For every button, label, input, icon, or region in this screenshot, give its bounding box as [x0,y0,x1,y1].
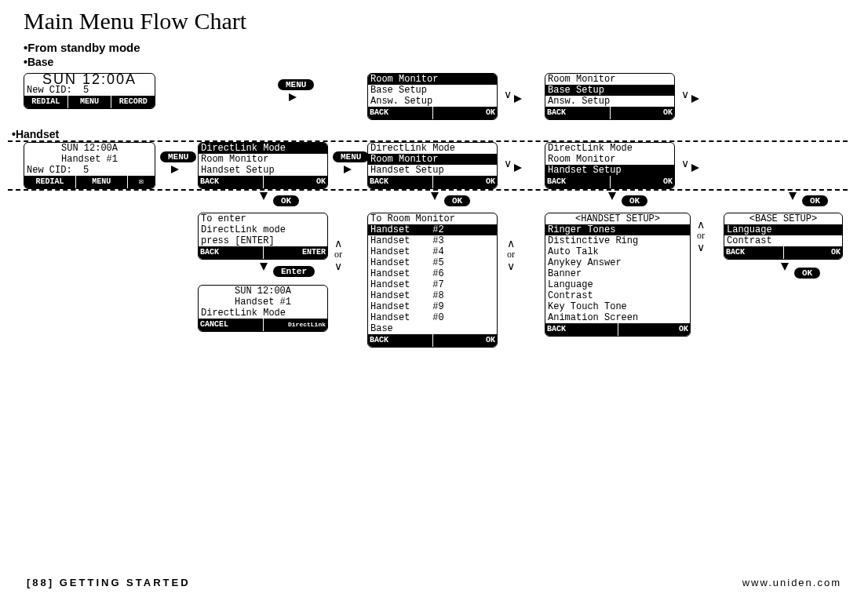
softkey-enter[interactable]: ENTER [264,246,328,259]
list-item: Key Touch Tone [545,301,690,312]
list-item: Handset #5 [368,257,497,268]
softkey-back[interactable]: BACK [368,176,433,188]
menu-item: Base Setup [368,85,497,96]
softkey-ok[interactable]: OK [611,176,675,188]
arrow-down-icon [431,192,439,200]
bullet-standby: •From standby mode [24,41,852,54]
lcd-hs-menu1: DirectLink Mode Room Monitor Handset Set… [198,142,328,189]
softkey-mail-icon[interactable]: ✉ [128,176,155,188]
menu-item: Room Monitor [545,154,674,165]
arrow-right-icon [289,92,297,101]
softkey-ok[interactable]: OK [433,334,498,347]
pill-ok: OK [273,195,299,206]
footer-page: [88] GETTING STARTED [27,577,191,588]
pill-ok: OK [444,195,470,206]
softkeys: BACK OK [199,176,327,188]
softkeys: BACK OK [724,246,842,259]
menu-item: DirectLink Mode [545,143,674,154]
menu-item: DirectLink Mode [199,143,327,154]
softkey-back[interactable]: BACK [545,323,618,336]
softkeys: REDIAL MENU RECORD [24,96,155,108]
lcd-base-menu2: Room Monitor Base Setup Answ. Setup BACK… [545,73,675,120]
text-line: press [ENTER] [199,235,327,246]
list-item: Handset #3 [368,235,497,246]
arrow-right-icon [514,162,522,172]
softkey-back[interactable]: BACK [545,107,611,119]
handset-id: Handset #1 [24,154,155,165]
softkey-cancel[interactable]: CANCEL [199,319,264,331]
pill-menu: MENU [160,151,196,162]
list-title: <HANDSET SETUP> [545,213,690,224]
list-item: Ringer Tones [545,224,690,235]
softkey-ok[interactable]: OK [618,323,691,336]
lcd-base-standby: SUN 12:00A New CID: 5 REDIAL MENU RECORD [24,73,155,109]
chevron-down-icon: ∨ [504,158,512,169]
softkey-record[interactable]: RECORD [111,96,155,108]
list-item: Handset #0 [368,312,497,323]
softkey-redial[interactable]: REDIAL [24,176,76,188]
list-item: Anykey Answer [545,257,690,268]
softkey-ok[interactable]: OK [611,107,675,119]
list-item: Language [724,224,842,235]
pill-menu: MENU [333,151,369,162]
list-item: Contrast [724,235,842,246]
softkey-menu[interactable]: MENU [68,96,112,108]
chevron-down-icon: ∨ [697,242,705,253]
arrow-right-icon [691,93,699,103]
up-down-or: ∧ or ∨ [507,238,515,271]
arrow-right-icon [344,164,352,173]
page-footer: [88] GETTING STARTED www.uniden.com [27,577,841,588]
list-item: Contrast [545,290,690,301]
chevron-down-icon: ∨ [334,260,342,271]
menu-item: Room Monitor [368,74,497,85]
softkey-back[interactable]: BACK [545,176,611,188]
softkey-menu[interactable]: MENU [76,176,128,188]
pill-ok: OK [622,195,647,206]
softkey-redial[interactable]: REDIAL [24,96,68,108]
softkey-back[interactable]: BACK [368,107,433,119]
softkey-ok[interactable]: OK [433,176,498,188]
arrow-down-icon [260,192,268,200]
lcd-base-menu1: Room Monitor Base Setup Answ. Setup BACK… [367,73,498,120]
list-item: Handset #7 [368,279,497,290]
softkeys: BACK OK [545,323,690,336]
menu-item: Room Monitor [368,154,497,165]
lcd-hs-menu3: DirectLink Mode Room Monitor Handset Set… [545,142,675,189]
list-item: Handset #8 [368,290,497,301]
list-item: Animation Screen [545,312,690,323]
softkey-ok[interactable]: OK [784,246,843,259]
softkeys: BACK ENTER [199,246,327,259]
list-item: Handset #6 [368,268,497,279]
menu-item: Base Setup [545,85,674,96]
softkey-back[interactable]: BACK [724,246,784,259]
softkeys: REDIAL MENU ✉ [24,176,155,188]
text-line: DirectLink Mode [199,308,327,319]
lcd-dl-enter: To enter DirectLink mode press [ENTER] B… [198,213,328,260]
softkey-back[interactable]: BACK [199,246,264,259]
lcd-hs-standby: SUN 12:00A Handset #1 New CID: 5 REDIAL … [24,142,155,189]
list-item: Handset #2 [368,224,497,235]
arrow-down-icon [608,192,616,200]
softkey-back[interactable]: BACK [368,334,433,347]
clock-text: SUN 12:00A [24,74,155,85]
softkeys: BACK OK [545,107,674,119]
list-item: Handset #4 [368,246,497,257]
list-title: To Room Monitor [368,213,497,224]
softkey-directlink[interactable]: DirectLink [264,319,328,331]
list-item: Base [368,323,497,334]
page-title: Main Menu Flow Chart [24,8,852,35]
menu-item: Room Monitor [199,154,327,165]
chevron-up-icon: ∧ [697,219,705,230]
menu-item: Answ. Setup [368,96,497,107]
softkey-ok[interactable]: OK [264,176,328,188]
arrow-right-icon [514,93,522,103]
softkey-ok[interactable]: OK [433,107,498,119]
list-item: Language [545,279,690,290]
text-line: DirectLink mode [199,224,327,235]
softkeys: BACK OK [368,176,497,188]
menu-item: Handset Setup [368,165,497,176]
menu-item: Answ. Setup [545,96,674,107]
softkey-back[interactable]: BACK [199,176,264,188]
chevron-down-icon: ∨ [681,158,689,169]
up-down-or: ∧ or ∨ [334,238,342,271]
